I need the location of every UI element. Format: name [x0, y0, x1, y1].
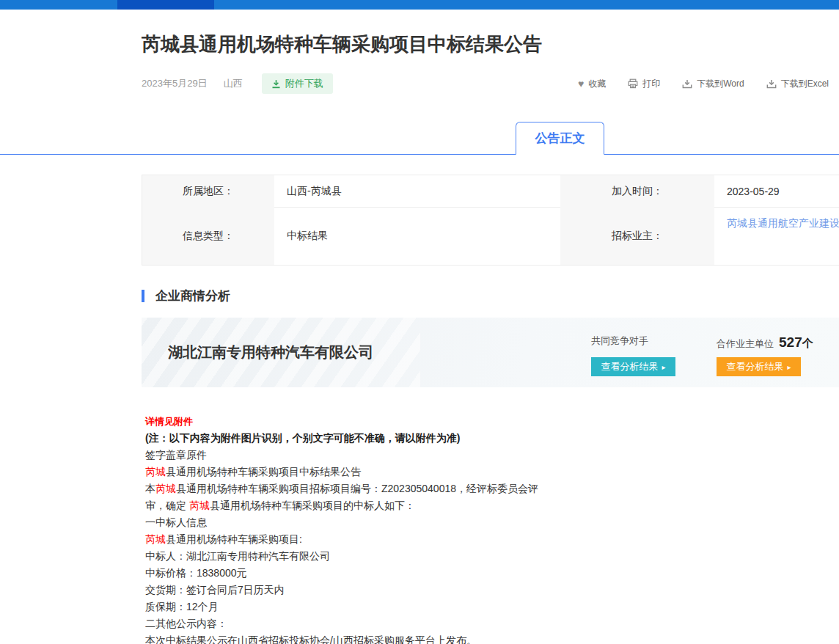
action-toolbar: ♥ 收藏 打印 下载到Word: [578, 78, 829, 90]
download-word-button[interactable]: 下载到Word: [682, 78, 744, 90]
section-accent-bar: [142, 290, 144, 302]
info-label-date-added: 加入时间：: [560, 175, 714, 208]
page-title: 芮城县通用机场特种车辆采购项目中标结果公告: [142, 33, 829, 55]
view-button-label: 查看分析结果: [601, 360, 658, 373]
article-line: 审，确定 芮城县通用机场特种车辆采购项目的中标人如下：: [145, 497, 839, 514]
topbar-active-segment: [117, 0, 214, 10]
print-label: 打印: [642, 78, 660, 90]
partner-count-unit: 个: [802, 337, 813, 351]
article-line: 中标人：湖北江南专用特种汽车有限公司: [145, 548, 839, 565]
article-line: 签字盖章原件: [145, 447, 839, 464]
info-value-owner-link[interactable]: 芮城县通用航空产业建设发: [714, 208, 839, 265]
main-content: 所属地区： 山西-芮城县 加入时间： 2023-05-29 信息类型： 中标结果…: [142, 175, 839, 644]
download-icon: [766, 79, 777, 89]
partner-count: 527: [779, 334, 802, 351]
article-line: 中标价格：1838000元: [145, 565, 839, 582]
info-table: 所属地区： 山西-芮城县 加入时间： 2023-05-29 信息类型： 中标结果…: [142, 175, 839, 266]
partner-label: 合作业主单位 527 个: [717, 334, 813, 351]
print-button[interactable]: 打印: [628, 78, 660, 90]
article-line: 质保期：12个月: [145, 599, 839, 615]
company-name: 湖北江南专用特种汽车有限公司: [168, 318, 373, 387]
info-value-date-added: 2023-05-29: [714, 175, 839, 208]
attachment-download-button[interactable]: 附件下载: [262, 73, 333, 94]
top-navigation-bar: [0, 0, 839, 10]
section-title: 企业商情分析: [155, 288, 230, 304]
download-icon: [682, 79, 692, 89]
download-excel-label: 下载到Excel: [781, 78, 829, 90]
attachment-button-label: 附件下载: [285, 77, 323, 90]
article-line: 二其他公示内容：: [145, 615, 839, 632]
tab-announcement-body[interactable]: 公告正文: [516, 122, 604, 155]
see-attachment-notice: 详情见附件: [145, 414, 839, 430]
favorite-label: 收藏: [588, 78, 606, 90]
article-line: 本次中标结果公示在山西省招标投标协会/山西招标采购服务平台上发布。: [145, 632, 839, 644]
section-header: 企业商情分析: [142, 288, 839, 304]
company-analysis-card: 湖北江南专用特种汽车有限公司 共同竞争对手 查看分析结果 ▸ 合作业主单位 52…: [142, 318, 839, 387]
article-lines: 签字盖章原件芮城县通用机场特种车辆采购项目中标结果公告本芮城县通用机场特种车辆采…: [145, 447, 839, 644]
info-label-owner: 招标业主：: [560, 208, 714, 265]
article-line: 交货期：签订合同后7日历天内: [145, 582, 839, 599]
heart-icon: ♥: [578, 78, 584, 89]
download-excel-button[interactable]: 下载到Excel: [766, 78, 829, 90]
meta-row: 2023年5月29日 山西 附件下载 ♥ 收藏 打印: [142, 74, 829, 93]
printer-icon: [628, 78, 638, 89]
publish-date: 2023年5月29日: [142, 77, 208, 90]
competitor-label: 共同竞争对手: [591, 334, 648, 348]
info-value-region: 山西-芮城县: [274, 175, 560, 208]
article-line: 一中标人信息: [145, 514, 839, 531]
province-label: 山西: [224, 77, 243, 90]
download-icon: [271, 79, 281, 89]
page: 芮城县通用机场特种车辆采购项目中标结果公告 2023年5月29日 山西 附件下载…: [0, 0, 839, 644]
arrow-right-icon: ▸: [662, 363, 665, 371]
view-competitor-analysis-button[interactable]: 查看分析结果 ▸: [591, 357, 675, 376]
article-line: 芮城县通用机场特种车辆采购项目:: [145, 531, 839, 548]
favorite-button[interactable]: ♥ 收藏: [578, 78, 606, 90]
info-value-type: 中标结果: [274, 208, 560, 265]
ocr-disclaimer-note: (注：以下内容为附件图片识别，个别文字可能不准确，请以附件为准): [145, 430, 839, 447]
info-label-region: 所属地区：: [142, 175, 274, 208]
article-line: 本芮城县通用机场特种车辆采购项目招标项目编号：Z202305040018，经评标…: [145, 480, 839, 497]
tab-strip: 公告正文: [0, 121, 839, 155]
info-label-type: 信息类型：: [142, 208, 274, 265]
view-button-label: 查看分析结果: [726, 360, 783, 373]
announcement-header: 芮城县通用机场特种车辆采购项目中标结果公告 2023年5月29日 山西 附件下载…: [142, 33, 829, 93]
arrow-right-icon: ▸: [787, 363, 791, 371]
view-partner-analysis-button[interactable]: 查看分析结果 ▸: [717, 357, 801, 376]
download-word-label: 下载到Word: [697, 78, 744, 90]
partner-label-text: 合作业主单位: [717, 337, 774, 351]
article-line: 芮城县通用机场特种车辆采购项目中标结果公告: [145, 464, 839, 480]
article-body: 详情见附件 (注：以下内容为附件图片识别，个别文字可能不准确，请以附件为准) 签…: [142, 414, 839, 644]
